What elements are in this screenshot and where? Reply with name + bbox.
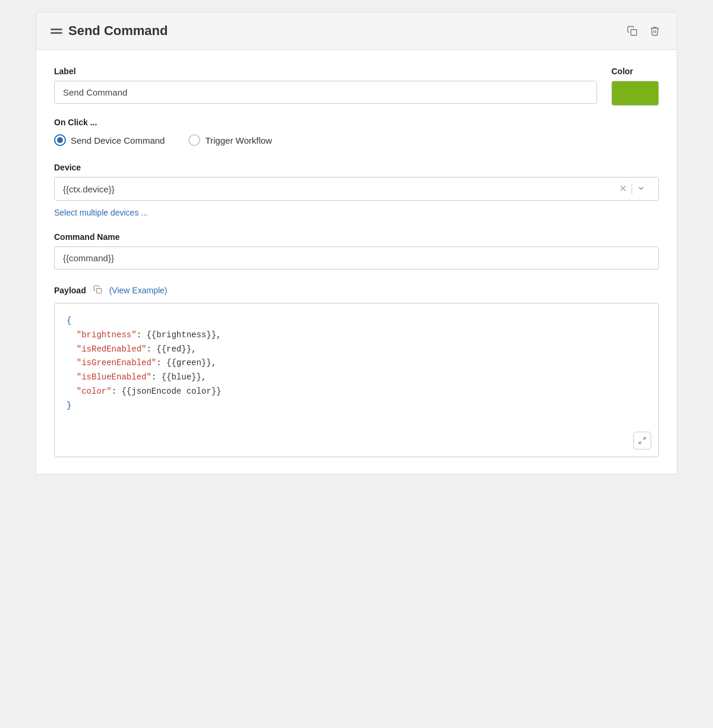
command-name-input[interactable] (54, 246, 659, 270)
on-click-label: On Click ... (54, 118, 659, 127)
label-input[interactable] (54, 81, 597, 104)
svg-rect-0 (631, 30, 637, 36)
command-name-label: Command Name (54, 232, 659, 242)
color-group: Color (611, 67, 659, 106)
send-command-card: Send Command (36, 12, 677, 474)
code-line-2: "brightness": {{brightness}}, (67, 328, 646, 343)
card-title: Send Command (68, 23, 168, 39)
payload-editor[interactable]: { "brightness": {{brightness}}, "isRedEn… (54, 303, 659, 457)
svg-rect-1 (96, 289, 101, 293)
color-swatch[interactable] (611, 81, 659, 106)
device-dropdown-button[interactable] (632, 184, 650, 194)
label-field-label: Label (54, 67, 597, 76)
radio-circle-trigger (188, 134, 200, 146)
code-line-5: "isBlueEnabled": {{blue}}, (67, 371, 646, 385)
device-input-value: {{ctx.device}} (63, 184, 614, 194)
code-line-1: { (67, 314, 646, 328)
command-name-group: Command Name (54, 232, 659, 270)
label-group: Label (54, 67, 597, 106)
view-example-link[interactable]: (View Example) (109, 286, 168, 295)
svg-line-3 (639, 441, 642, 444)
copy-button[interactable] (624, 23, 640, 39)
expand-editor-button[interactable] (633, 432, 651, 450)
label-color-row: Label Color (54, 67, 659, 106)
header-left: Send Command (51, 23, 168, 39)
radio-circle-send (54, 134, 66, 146)
device-label: Device (54, 163, 659, 172)
card-header: Send Command (36, 12, 677, 50)
on-click-section: On Click ... Send Device Command Trigger… (54, 118, 659, 146)
radio-send-device-command[interactable]: Send Device Command (54, 134, 165, 146)
color-field-label: Color (611, 67, 659, 76)
drag-handle-icon[interactable] (51, 29, 62, 34)
card-body: Label Color On Click ... Send Device Com… (36, 50, 677, 474)
device-group: Device {{ctx.device}} ✕ (54, 163, 659, 201)
device-input-wrapper: {{ctx.device}} ✕ (54, 177, 659, 201)
code-line-3: "isRedEnabled": {{red}}, (67, 343, 646, 357)
payload-header: Payload (View Example) (54, 284, 659, 297)
select-multiple-link[interactable]: Select multiple devices ... (54, 208, 148, 217)
header-actions (624, 23, 662, 39)
payload-label: Payload (54, 286, 86, 295)
code-line-4: "isGreenEnabled": {{green}}, (67, 356, 646, 371)
code-line-6: "color": {{jsonEncode color}} (67, 385, 646, 399)
device-clear-button[interactable]: ✕ (614, 184, 632, 194)
svg-line-2 (643, 438, 645, 440)
radio-label-send: Send Device Command (71, 135, 165, 145)
delete-button[interactable] (647, 23, 662, 39)
radio-trigger-workflow[interactable]: Trigger Workflow (188, 134, 272, 146)
radio-group: Send Device Command Trigger Workflow (54, 134, 659, 146)
payload-section: Payload (View Example) { "brightness": {… (54, 284, 659, 457)
code-line-7: } (67, 399, 646, 413)
radio-label-trigger: Trigger Workflow (205, 135, 272, 145)
device-input-actions: ✕ (614, 183, 650, 194)
payload-copy-button[interactable] (92, 284, 103, 297)
